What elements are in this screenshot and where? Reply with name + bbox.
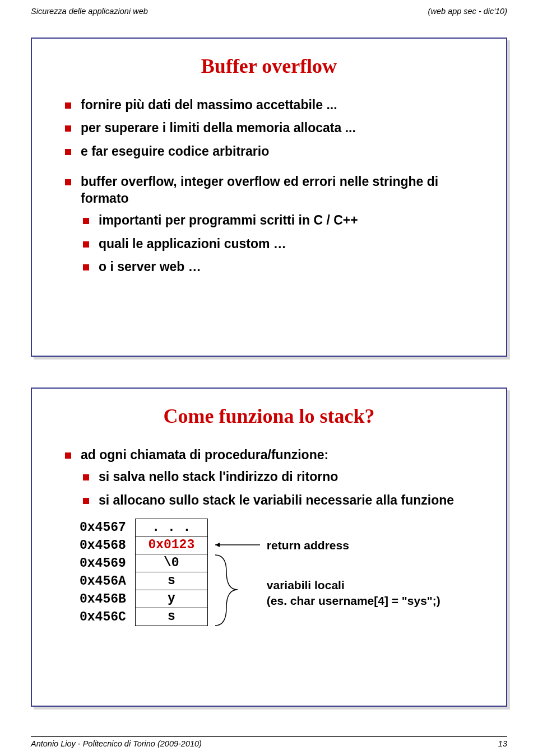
annotation-line: (es. char username[4] = "sys";): [267, 594, 440, 607]
addr-cell: 0x4569: [80, 554, 131, 572]
sub-bullet-item: si allocano sullo stack le variabili nec…: [81, 492, 475, 508]
mem-cell: . . .: [135, 519, 208, 536]
bullet-text: buffer overflow, integer overflow ed err…: [81, 174, 438, 205]
annotation-local-vars: variabili locali (es. char username[4] =…: [267, 577, 440, 608]
diagram-connectors: [211, 518, 278, 630]
bullet-item: fornire più dati del massimo accettabile…: [63, 97, 475, 113]
bullet-item: ad ogni chiamata di procedura/funzione: …: [63, 447, 475, 508]
sub-bullet-item: o i server web …: [81, 259, 475, 275]
addr-cell: 0x4567: [80, 519, 131, 536]
slide-1-title: Buffer overflow: [63, 54, 475, 78]
mem-cell: \0: [135, 554, 208, 572]
bullet-item: per superare i limiti della memoria allo…: [63, 120, 475, 136]
mem-cell: s: [135, 608, 208, 626]
mem-cell-return-addr: 0x0123: [135, 536, 208, 554]
footer-page-number: 13: [498, 739, 507, 748]
address-column: 0x4567 0x4568 0x4569 0x456A 0x456B 0x456…: [80, 519, 131, 626]
slide-1-list-1: fornire più dati del massimo accettabile…: [63, 97, 475, 160]
sub-bullet-item: quali le applicazioni custom …: [81, 236, 475, 252]
memory-diagram: 0x4567 0x4568 0x4569 0x456A 0x456B 0x456…: [63, 519, 475, 626]
page-header: Sicurezza delle applicazioni web (web ap…: [0, 0, 538, 18]
slide-1-list-2: buffer overflow, integer overflow ed err…: [63, 174, 475, 275]
page-footer: Antonio Lioy - Politecnico di Torino (20…: [31, 736, 507, 748]
addr-cell: 0x456B: [80, 590, 131, 608]
addr-cell: 0x456A: [80, 572, 131, 590]
addr-cell: 0x456C: [80, 608, 131, 626]
bullet-item: buffer overflow, integer overflow ed err…: [63, 174, 475, 275]
slide-1-sublist: importanti per programmi scritti in C / …: [81, 212, 475, 275]
sub-bullet-item: importanti per programmi scritti in C / …: [81, 212, 475, 228]
svg-marker-1: [215, 543, 220, 547]
bullet-text: ad ogni chiamata di procedura/funzione:: [81, 447, 328, 462]
value-column: . . . 0x0123 \0 s y s: [135, 519, 208, 626]
slide-2: Come funziona lo stack? ad ogni chiamata…: [31, 388, 507, 707]
header-left: Sicurezza delle applicazioni web: [31, 7, 148, 16]
annotation-return-address: return address: [267, 539, 349, 552]
addr-cell: 0x4568: [80, 536, 131, 554]
mem-cell: y: [135, 590, 208, 608]
bullet-item: e far eseguire codice arbitrario: [63, 143, 475, 160]
slide-2-list: ad ogni chiamata di procedura/funzione: …: [63, 447, 475, 508]
header-right: (web app sec - dic'10): [428, 7, 507, 16]
slide-1: Buffer overflow fornire più dati del mas…: [31, 38, 507, 357]
slides-area: Buffer overflow fornire più dati del mas…: [0, 18, 538, 707]
slide-2-sublist: si salva nello stack l'indirizzo di rito…: [81, 469, 475, 508]
slide-2-title: Come funziona lo stack?: [63, 404, 475, 428]
footer-left: Antonio Lioy - Politecnico di Torino (20…: [31, 739, 202, 748]
sub-bullet-item: si salva nello stack l'indirizzo di rito…: [81, 469, 475, 485]
mem-cell: s: [135, 572, 208, 590]
annotation-line: variabili locali: [267, 578, 345, 591]
